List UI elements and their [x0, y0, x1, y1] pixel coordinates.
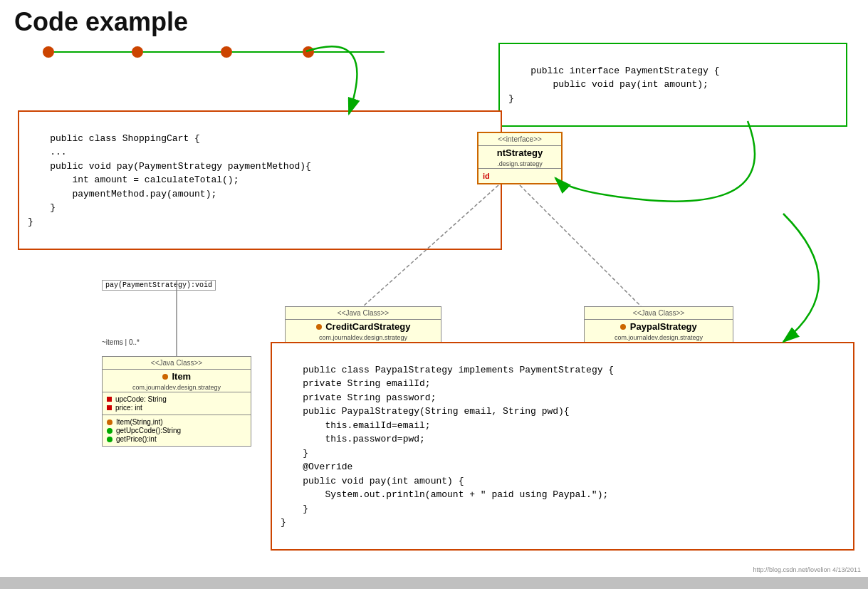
item-method-2: getUpcCode():String: [107, 427, 246, 434]
uml-interface-package: .design.strategy: [479, 160, 561, 169]
method-icon: [107, 437, 113, 442]
item-methods: Item(String,int) getUpcCode():String get…: [103, 415, 251, 446]
credit-card-title: CreditCardStrategy: [286, 320, 441, 333]
paypal-code-box: public class PaypalStrategy implements P…: [271, 342, 854, 551]
item-method-1: Item(String,int): [107, 418, 246, 426]
credit-card-uml-box: <<Java Class>> CreditCardStrategy com.jo…: [285, 306, 441, 343]
item-title: Item: [103, 370, 251, 383]
method-icon: [107, 428, 113, 434]
item-field-1: upcCode: String: [107, 395, 246, 403]
timeline-dot-3: [221, 46, 232, 58]
items-label: ~items | 0..*: [102, 338, 140, 346]
credit-card-icon: [316, 324, 322, 330]
item-fields: upcCode: String price: int: [103, 392, 251, 415]
timeline-dot-2: [132, 46, 143, 58]
shopping-cart-code-box: public class ShoppingCart { ... public v…: [18, 110, 502, 250]
timeline: [43, 51, 385, 53]
method-icon: [107, 419, 113, 425]
page-title: Code example: [0, 0, 868, 44]
timeline-dot-1: [43, 46, 54, 58]
item-icon: [162, 374, 168, 380]
paypal-stereotype-small: <<Java Class>>: [585, 307, 733, 320]
item-stereotype: <<Java Class>>: [103, 357, 251, 370]
item-field-2: price: int: [107, 404, 246, 412]
item-package: com.journaldev.design.strategy: [103, 383, 251, 392]
main-container: Code example public interface PaymentStr…: [0, 0, 868, 577]
uml-interface-stereotype: <<interface>>: [479, 133, 561, 146]
payment-strategy-uml-box: <<interface>> ntStrategy .design.strateg…: [477, 132, 563, 184]
bottom-bar: [0, 577, 868, 589]
uml-interface-method: id: [479, 169, 561, 183]
method-label: pay(PaymentStrategy):void: [102, 280, 216, 291]
field-icon: [107, 405, 112, 410]
field-icon: [107, 397, 112, 402]
svg-line-1: [520, 185, 641, 306]
item-method-3: getPrice():int: [107, 435, 246, 443]
timeline-dot-4: [303, 46, 314, 58]
paypal-icon: [620, 324, 626, 330]
paypal-title-small: PaypalStrategy: [585, 320, 733, 333]
item-uml-box: <<Java Class>> Item com.journaldev.desig…: [102, 356, 251, 447]
watermark: http://blog.csdn.net/lovelion 4/13/2011: [753, 566, 861, 573]
paypal-uml-box-small: <<Java Class>> PaypalStrategy com.journa…: [584, 306, 733, 343]
credit-card-stereotype: <<Java Class>>: [286, 307, 441, 320]
payment-strategy-code-box: public interface PaymentStrategy { publi…: [498, 43, 847, 127]
uml-interface-name: ntStrategy: [479, 146, 561, 160]
